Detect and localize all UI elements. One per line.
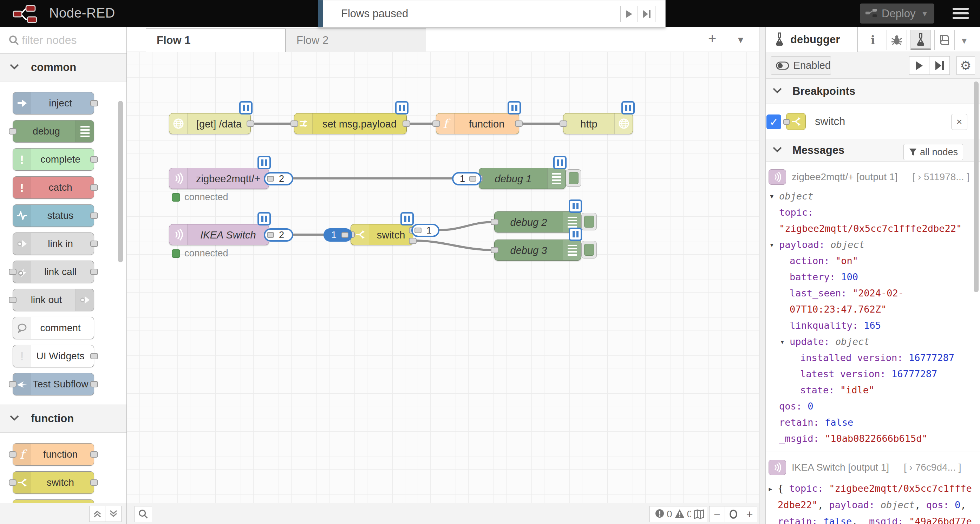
palette-node-link-in[interactable]: link in — [13, 232, 94, 255]
port[interactable] — [9, 480, 16, 486]
palette-node-ui-widgets[interactable]: ! UI Widgets — [13, 345, 94, 367]
zoom-in-button[interactable]: + — [742, 507, 757, 522]
add-flow-button[interactable]: + — [708, 30, 716, 46]
sidebar-resize-handle[interactable] — [759, 27, 766, 524]
collapse-all-button[interactable] — [89, 506, 105, 522]
debug-message[interactable]: IKEA Switch [output 1] [ › 76c9d4... ] ▸… — [766, 452, 980, 524]
port[interactable] — [9, 269, 16, 275]
canvas-search-button[interactable] — [135, 506, 152, 522]
palette-node-link-call[interactable]: link call — [13, 260, 94, 283]
port[interactable] — [9, 128, 16, 135]
active-breakpoint-badge[interactable]: 1 — [323, 228, 352, 241]
node-change[interactable]: set msg.payload — [294, 113, 407, 134]
debugger-settings-button[interactable]: ⚙ — [956, 56, 975, 75]
message-ref[interactable]: [ › 76c9d4... ] — [904, 462, 961, 473]
port[interactable] — [90, 241, 98, 247]
port[interactable] — [90, 184, 98, 191]
port[interactable] — [247, 121, 254, 127]
remove-breakpoint-button[interactable]: × — [951, 114, 967, 130]
pause-badge-icon[interactable] — [621, 101, 635, 114]
sidebar-scrollbar[interactable] — [974, 81, 978, 292]
help-tab-button[interactable] — [934, 30, 955, 50]
main-menu-button[interactable] — [953, 8, 969, 21]
step-flows-button[interactable] — [638, 6, 655, 22]
port[interactable] — [90, 213, 98, 219]
message-json[interactable]: ▾object topic: "zigbee2mqtt/0x5cc7c1fffe… — [768, 188, 975, 447]
port[interactable] — [90, 269, 98, 275]
palette-node-switch[interactable]: switch — [13, 471, 94, 494]
node-mqtt-zigbee[interactable]: zigbee2mqtt/+ — [169, 168, 269, 189]
pause-badge-icon[interactable] — [401, 212, 414, 225]
resume-flows-button[interactable] — [620, 6, 638, 22]
port[interactable] — [90, 156, 98, 163]
navigator-button[interactable] — [691, 506, 707, 522]
palette-node-catch[interactable]: ! catch — [13, 176, 94, 199]
deploy-button[interactable]: Deploy ▾ — [860, 3, 934, 24]
flow-list-caret-icon[interactable]: ▾ — [738, 33, 743, 46]
message-json[interactable]: ▸{ topic: "zigbee2mqtt/0x5cc7c1fffe2dbe2… — [768, 480, 975, 524]
port[interactable] — [9, 451, 16, 457]
node-function[interactable]: f function — [436, 113, 519, 134]
pause-badge-icon[interactable] — [553, 156, 566, 169]
pause-badge-icon[interactable] — [508, 101, 521, 114]
expand-all-button[interactable] — [105, 506, 121, 522]
info-tab-button[interactable]: i — [863, 30, 883, 50]
palette-category-common[interactable]: common — [0, 53, 126, 81]
port[interactable] — [409, 238, 417, 244]
resume-button[interactable] — [909, 56, 929, 75]
pause-badge-icon[interactable] — [239, 101, 253, 114]
pause-badge-icon[interactable] — [258, 212, 271, 225]
port[interactable] — [291, 121, 298, 127]
palette-node-link-out[interactable]: link out — [13, 289, 94, 311]
queue-count-badge[interactable]: 2 — [264, 228, 293, 241]
tab-flow-1[interactable]: Flow 1 — [146, 29, 286, 52]
deploy-caret-icon[interactable]: ▾ — [923, 9, 927, 19]
pause-badge-icon[interactable] — [569, 227, 582, 241]
port[interactable] — [402, 121, 410, 127]
port[interactable] — [491, 247, 498, 253]
message-ref[interactable]: [ › 511978... ] — [912, 171, 969, 183]
breakpoint-checkbox[interactable]: ✓ — [767, 114, 781, 129]
pause-badge-icon[interactable] — [569, 200, 582, 213]
pause-badge-icon[interactable] — [395, 101, 409, 114]
palette-node-debug[interactable]: debug — [13, 120, 94, 143]
zoom-reset-button[interactable] — [725, 507, 742, 522]
sidebar-menu-caret-icon[interactable]: ▾ — [962, 35, 967, 46]
filter-nodes-input[interactable] — [22, 32, 120, 48]
tab-flow-2[interactable]: Flow 2 — [286, 29, 426, 52]
breakpoints-section-header[interactable]: Breakpoints — [766, 79, 980, 104]
port[interactable] — [560, 121, 567, 127]
messages-section-header[interactable]: Messages all nodes — [766, 139, 980, 162]
port[interactable] — [90, 353, 98, 359]
step-button[interactable] — [929, 56, 950, 75]
debugger-enabled-toggle[interactable]: Enabled — [771, 56, 831, 75]
tab-debugger[interactable]: debugger — [766, 27, 858, 52]
node-http-in[interactable]: [get] /data — [169, 113, 251, 134]
node-debug-1[interactable]: debug 1 — [479, 168, 566, 189]
queue-count-badge[interactable]: 2 — [264, 172, 293, 186]
port[interactable] — [90, 100, 98, 106]
palette-node-status[interactable]: status — [13, 205, 94, 227]
palette-node-inject[interactable]: inject — [13, 92, 94, 114]
port[interactable] — [433, 121, 440, 127]
port[interactable] — [90, 480, 98, 486]
palette-scrollbar[interactable] — [118, 101, 123, 262]
debug-toggle-button[interactable] — [581, 213, 597, 230]
palette-category-function[interactable]: function — [0, 405, 126, 433]
node-debug-2[interactable]: debug 2 — [494, 211, 581, 232]
debug-toggle-button[interactable] — [566, 169, 581, 187]
queue-count-badge[interactable]: 1 — [411, 224, 439, 237]
flow-canvas[interactable]: [get] /data set msg.payload f function — [127, 52, 759, 503]
port[interactable] — [9, 297, 16, 303]
bug-tab-button[interactable] — [886, 30, 907, 50]
palette-node-complete[interactable]: ! complete — [13, 148, 94, 171]
debug-message[interactable]: zigbee2mqtt/+ [output 1] [ › 511978... ]… — [766, 162, 980, 452]
node-http-response[interactable]: http — [563, 113, 633, 134]
port[interactable] — [90, 381, 98, 387]
port[interactable] — [491, 219, 498, 225]
palette-node-comment[interactable]: comment — [13, 317, 94, 339]
port[interactable] — [9, 381, 16, 387]
pause-badge-icon[interactable] — [258, 156, 271, 169]
node-switch[interactable]: switch — [350, 224, 413, 245]
port[interactable] — [515, 121, 523, 127]
